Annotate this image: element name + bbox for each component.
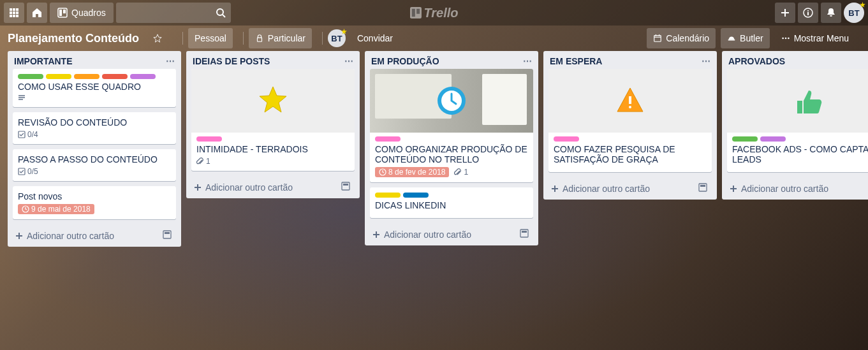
card-cover xyxy=(727,69,868,133)
svg-rect-4 xyxy=(13,11,15,14)
list-title[interactable]: APROVADOS xyxy=(728,56,868,66)
add-card-button[interactable]: Adicionar outro cartão xyxy=(365,223,538,245)
description-icon xyxy=(18,94,26,102)
card-labels xyxy=(196,136,349,142)
card-template-button[interactable] xyxy=(162,230,175,242)
invite-button[interactable]: Convidar xyxy=(351,28,399,48)
info-button[interactable] xyxy=(798,3,818,23)
template-icon xyxy=(519,228,529,238)
svg-rect-42 xyxy=(520,230,528,237)
search-icon xyxy=(216,8,226,18)
card[interactable]: COMO USAR ESSE QUADRO xyxy=(13,69,176,107)
svg-rect-43 xyxy=(522,231,527,233)
list-menu-button[interactable]: ⋯ xyxy=(523,56,532,66)
clock-icon xyxy=(22,205,29,213)
list-menu-button[interactable]: ⋯ xyxy=(702,56,710,66)
svg-rect-38 xyxy=(343,184,348,186)
card-template-button[interactable] xyxy=(698,182,710,194)
label-orange[interactable] xyxy=(74,74,99,79)
label-purple[interactable] xyxy=(760,136,786,142)
label-red[interactable] xyxy=(102,74,128,79)
svg-rect-21 xyxy=(654,36,661,42)
card-title: COMO FAZER PESQUISA DE SATISFAÇÃO DE GRA… xyxy=(554,144,707,164)
svg-rect-10 xyxy=(59,10,62,16)
card-title: INTIMIDADE - TERRADOIS xyxy=(196,144,349,154)
trello-icon xyxy=(409,7,421,18)
label-pink[interactable] xyxy=(554,136,579,142)
card[interactable]: FACEBOOK ADS - COMO CAPTAR LEADS xyxy=(727,69,868,172)
home-icon xyxy=(32,8,42,18)
board-title[interactable]: Planejamento Conteúdo xyxy=(8,32,139,45)
star-board-button[interactable] xyxy=(147,28,172,48)
search-input[interactable] xyxy=(116,3,231,23)
svg-rect-0 xyxy=(10,8,12,11)
add-card-button[interactable]: Adicionar outro cartão xyxy=(8,224,181,247)
plus-icon xyxy=(193,182,203,193)
butler-icon xyxy=(727,34,736,43)
list-title[interactable]: EM ESPERA xyxy=(550,56,702,66)
svg-rect-16 xyxy=(416,9,420,14)
apps-button[interactable] xyxy=(4,3,24,23)
clock-icon xyxy=(379,168,386,176)
svg-rect-5 xyxy=(16,11,18,14)
card[interactable]: COMO ORGANIZAR PRODUÇÃO DE CONTEÚDO NO T… xyxy=(370,69,533,182)
list-menu-button[interactable]: ⋯ xyxy=(344,56,353,66)
label-purple[interactable] xyxy=(130,74,156,79)
label-green[interactable] xyxy=(732,136,758,142)
add-card-button[interactable]: Adicionar outro cartão xyxy=(722,177,868,200)
apps-icon xyxy=(9,8,19,18)
label-blue[interactable] xyxy=(403,193,429,198)
svg-point-18 xyxy=(807,10,809,11)
boards-label: Quadros xyxy=(71,8,106,18)
template-icon xyxy=(162,230,172,240)
member-avatar[interactable]: BT ★ xyxy=(328,29,346,47)
checklist-icon xyxy=(18,131,26,138)
privacy-button[interactable]: Particular xyxy=(249,28,312,48)
list: APROVADOS ⋯ FACEBOOK ADS - COMO CAPTAR L… xyxy=(722,51,868,200)
calendar-button[interactable]: Calendário xyxy=(647,28,716,48)
svg-rect-36 xyxy=(165,232,170,234)
svg-rect-1 xyxy=(13,8,15,11)
team-button[interactable]: Pessoal xyxy=(188,28,233,48)
label-yellow[interactable] xyxy=(46,74,71,79)
top-bar: Quadros Trello BT ★ xyxy=(0,0,868,26)
label-pink[interactable] xyxy=(375,136,401,142)
label-yellow[interactable] xyxy=(375,193,401,198)
show-menu-button[interactable]: Mostrar Menu xyxy=(775,28,855,48)
card-template-button[interactable] xyxy=(519,228,532,240)
home-button[interactable] xyxy=(27,3,47,23)
bell-icon xyxy=(826,8,836,18)
plus-icon xyxy=(550,184,560,194)
card[interactable]: DICAS LINKEDIN xyxy=(370,187,533,218)
card[interactable]: COMO FAZER PESQUISA DE SATISFAÇÃO DE GRA… xyxy=(548,69,712,172)
trello-logo[interactable]: Trello xyxy=(409,6,458,20)
svg-rect-25 xyxy=(728,40,735,41)
calendar-icon xyxy=(653,34,662,43)
list-title[interactable]: IMPORTANTE xyxy=(14,56,166,66)
card-template-button[interactable] xyxy=(341,181,353,193)
label-green[interactable] xyxy=(18,74,43,79)
add-card-button[interactable]: Adicionar outro cartão xyxy=(186,176,360,198)
svg-rect-44 xyxy=(629,96,631,104)
boards-button[interactable]: Quadros xyxy=(50,3,114,23)
board-header: Planejamento Conteúdo Pessoal Particular… xyxy=(0,26,868,51)
user-avatar[interactable]: BT ★ xyxy=(844,3,864,23)
card[interactable]: REVISÃO DO CONTEÚDO0/4 xyxy=(13,112,176,144)
list: EM PRODUÇÃO ⋯ COMO ORGANIZAR PRODUÇÃO DE… xyxy=(365,51,538,245)
list-menu-button[interactable]: ⋯ xyxy=(166,56,175,66)
card[interactable]: Post novos9 de mai de 2018 xyxy=(13,186,176,219)
create-button[interactable] xyxy=(775,3,795,23)
notifications-button[interactable] xyxy=(821,3,841,23)
list-title[interactable]: EM PRODUÇÃO xyxy=(371,56,523,66)
list-title[interactable]: IDEIAS DE POSTS xyxy=(193,56,344,66)
card[interactable]: INTIMIDADE - TERRADOIS1 xyxy=(191,69,355,171)
attachment-badge: 1 xyxy=(454,168,468,177)
svg-rect-35 xyxy=(163,231,171,238)
add-card-button[interactable]: Adicionar outro cartão xyxy=(543,177,717,200)
svg-rect-20 xyxy=(257,38,261,41)
board-canvas[interactable]: IMPORTANTE ⋯ COMO USAR ESSE QUADROREVISÃ… xyxy=(0,51,868,350)
svg-point-27 xyxy=(784,38,786,40)
card[interactable]: PASSO A PASSO DO CONTEÚDO0/5 xyxy=(13,149,176,181)
label-pink[interactable] xyxy=(196,136,222,142)
butler-button[interactable]: Butler xyxy=(721,28,770,48)
